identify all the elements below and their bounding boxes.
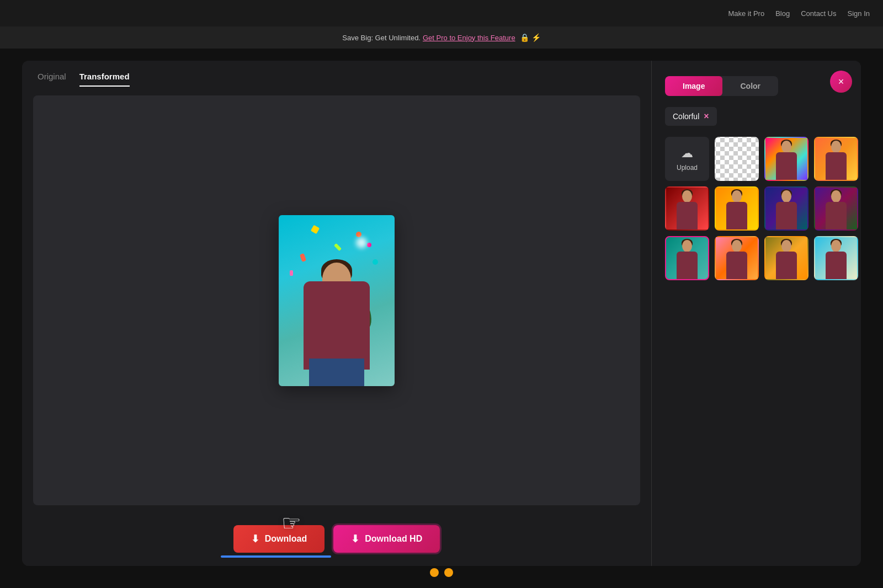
preview-image bbox=[279, 215, 395, 386]
promo-text: Save Big: Get Unlimited. bbox=[342, 34, 421, 42]
indicator-dot-2 bbox=[444, 568, 453, 577]
nav-contact[interactable]: Contact Us bbox=[801, 9, 836, 18]
preset-warm[interactable] bbox=[814, 137, 858, 181]
preset-person-rainbow bbox=[765, 138, 807, 180]
preset-person-warm bbox=[815, 138, 857, 180]
upload-label: Upload bbox=[677, 164, 698, 172]
preset-person-dark bbox=[815, 188, 857, 229]
preset-teal-bright[interactable] bbox=[665, 236, 709, 280]
preset-person-teal2 bbox=[815, 237, 857, 279]
nav-make-pro[interactable]: Make it Pro bbox=[728, 9, 764, 18]
lock-icon: 🔒 bbox=[520, 33, 529, 42]
filter-label: Colorful bbox=[673, 112, 699, 121]
cloud-upload-icon: ☁ bbox=[681, 146, 693, 161]
preset-pink-warm[interactable] bbox=[715, 236, 759, 280]
tab-transformed[interactable]: Transformed bbox=[79, 72, 130, 87]
filter-remove-button[interactable]: × bbox=[704, 111, 709, 121]
indicator-dot-1 bbox=[430, 568, 439, 577]
bottom-indicators bbox=[430, 568, 453, 577]
modal-container: Original Transformed bbox=[22, 61, 861, 566]
promo-link[interactable]: Get Pro to Enjoy this Feature bbox=[423, 34, 515, 42]
person-silhouette bbox=[292, 243, 381, 386]
preset-white[interactable] bbox=[715, 137, 759, 181]
right-panel: Image Color Colorful × ☁ Upload bbox=[651, 61, 861, 566]
download-button[interactable]: ⬇ Download bbox=[233, 525, 325, 553]
mode-image-button[interactable]: Image bbox=[665, 76, 722, 96]
nav-signin[interactable]: Sign In bbox=[848, 9, 870, 18]
preset-dark-red[interactable] bbox=[665, 186, 709, 231]
preset-orange[interactable] bbox=[715, 186, 759, 231]
preset-person-blue bbox=[765, 188, 807, 229]
bolt-icon: ⚡ bbox=[531, 33, 541, 42]
promo-banner: Save Big: Get Unlimited. Get Pro to Enjo… bbox=[0, 26, 883, 49]
preset-person-dark-red bbox=[666, 188, 708, 229]
preset-dark-multi[interactable] bbox=[814, 186, 858, 231]
preset-person-yellow bbox=[765, 237, 807, 279]
preset-blue-multi[interactable] bbox=[764, 186, 808, 231]
progress-bar bbox=[221, 555, 331, 558]
preset-rainbow[interactable] bbox=[764, 137, 808, 181]
download-hd-icon: ⬇ bbox=[351, 533, 359, 545]
tabs-bar: Original Transformed bbox=[22, 61, 651, 87]
presets-grid: ☁ Upload bbox=[665, 137, 848, 280]
active-filter-tag: Colorful × bbox=[665, 107, 717, 126]
download-icon: ⬇ bbox=[251, 533, 259, 545]
download-label: Download bbox=[265, 534, 307, 544]
close-button[interactable]: × bbox=[830, 71, 852, 93]
mode-toggle: Image Color bbox=[665, 76, 778, 96]
mode-color-button[interactable]: Color bbox=[722, 76, 778, 96]
action-bar: ⬇ Download ⬇ Download HD bbox=[22, 514, 651, 566]
download-hd-button[interactable]: ⬇ Download HD bbox=[333, 525, 440, 553]
nav-blog[interactable]: Blog bbox=[775, 9, 790, 18]
preset-yellow-multi[interactable] bbox=[764, 236, 808, 280]
tab-original[interactable]: Original bbox=[38, 72, 66, 87]
left-panel: Original Transformed bbox=[22, 61, 651, 566]
preset-teal[interactable] bbox=[814, 236, 858, 280]
top-nav: Make it Pro Blog Contact Us Sign In bbox=[0, 0, 883, 26]
preset-upload[interactable]: ☁ Upload bbox=[665, 137, 709, 181]
preset-person-pink bbox=[716, 237, 758, 279]
preset-person-orange bbox=[716, 188, 758, 229]
image-canvas bbox=[33, 95, 640, 505]
download-hd-label: Download HD bbox=[365, 534, 422, 544]
preset-person-teal bbox=[666, 237, 708, 279]
